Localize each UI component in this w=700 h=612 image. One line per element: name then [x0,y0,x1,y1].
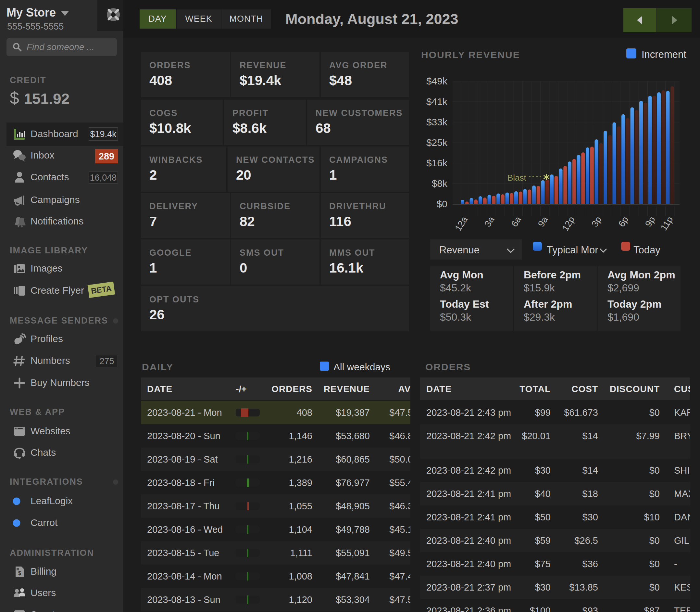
svg-text:$: $ [18,570,21,576]
svg-text:$8k: $8k [432,178,448,189]
svg-text:9p: 9p [643,215,657,229]
svg-text:$41k: $41k [426,96,448,107]
svg-text:Blast: Blast [508,173,527,183]
svg-text:11p: 11p [659,215,675,231]
svg-text:3a: 3a [483,214,497,228]
svg-text:3p: 3p [590,215,603,229]
svg-text:12a: 12a [453,214,470,231]
svg-text:6p: 6p [616,215,630,229]
svg-text:9a: 9a [536,214,550,228]
svg-text:$49k: $49k [426,76,448,86]
svg-text:12p: 12p [560,215,577,231]
svg-text:$16k: $16k [426,157,448,168]
svg-text:$0: $0 [437,198,447,209]
svg-text:$33k: $33k [426,116,448,127]
svg-text:6a: 6a [509,214,523,228]
svg-text:$25k: $25k [426,137,448,148]
